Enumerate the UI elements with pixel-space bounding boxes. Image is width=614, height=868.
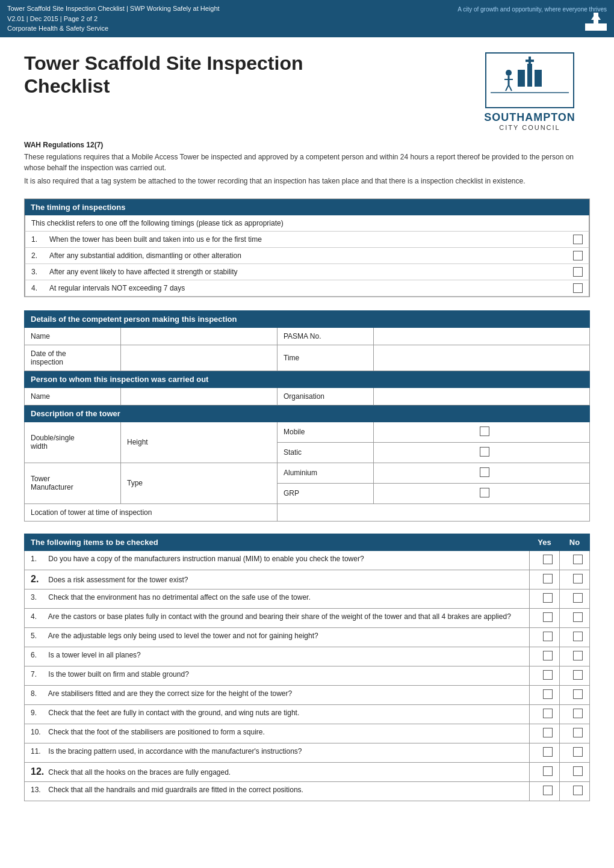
checklist-no-cell[interactable] xyxy=(560,724,590,743)
checklist-no-checkbox[interactable] xyxy=(573,612,583,622)
checklist-yes-checkbox[interactable] xyxy=(543,689,553,699)
aluminium-label: Aluminium xyxy=(278,463,374,483)
checklist-no-cell[interactable] xyxy=(560,570,590,589)
checklist-yes-cell[interactable] xyxy=(530,550,560,570)
checklist-yes-checkbox[interactable] xyxy=(543,670,553,680)
aluminium-checkbox-box[interactable] xyxy=(480,467,489,477)
checklist-item-text: 5. Are the adjustable legs only being us… xyxy=(25,627,530,647)
checklist-no-cell[interactable] xyxy=(560,743,590,762)
checklist-item-label: Are the adjustable legs only being used … xyxy=(48,632,318,640)
checklist-yes-cell[interactable] xyxy=(530,627,560,647)
grp-label: GRP xyxy=(278,483,374,503)
checklist-no-cell[interactable] xyxy=(560,608,590,627)
checklist-yes-checkbox[interactable] xyxy=(543,612,553,622)
checklist-no-cell[interactable] xyxy=(560,781,590,801)
checklist-no-checkbox[interactable] xyxy=(573,786,583,795)
checklist-yes-checkbox[interactable] xyxy=(543,728,553,737)
mobile-checkbox[interactable] xyxy=(374,422,590,442)
checklist-item-row: 4. Are the castors or base plates fully … xyxy=(25,608,590,627)
checklist-item-label: Does a risk assessment for the tower exi… xyxy=(48,576,188,584)
checklist-yes-cell[interactable] xyxy=(530,762,560,781)
checklist-item-num: 2. xyxy=(31,574,46,585)
type-label: Type xyxy=(121,463,278,503)
checklist-yes-cell[interactable] xyxy=(530,570,560,589)
checklist-no-checkbox[interactable] xyxy=(573,728,583,737)
timing-checkbox[interactable] xyxy=(573,251,583,260)
checklist-yes-checkbox[interactable] xyxy=(543,747,553,757)
checklist-body: 1. Do you have a copy of the manufacture… xyxy=(25,550,590,801)
timing-intro: This checklist refers to one off the fol… xyxy=(25,215,589,232)
yes-col-header: Yes xyxy=(530,534,560,550)
checklist-item-text: 2. Does a risk assessment for the tower … xyxy=(25,570,530,589)
timing-num: 3. xyxy=(31,268,49,276)
main-content: Tower Scaffold Site Inspection Checklist xyxy=(0,37,614,822)
checklist-yes-checkbox[interactable] xyxy=(543,651,553,660)
checklist-yes-cell[interactable] xyxy=(530,743,560,762)
checklist-yes-cell[interactable] xyxy=(530,685,560,704)
header-title-line1: Tower Scaffold Site Inspection Checklist… xyxy=(7,4,220,14)
checklist-no-checkbox[interactable] xyxy=(573,632,583,641)
checklist-no-checkbox[interactable] xyxy=(573,747,583,757)
time-label: Time xyxy=(278,345,374,371)
checklist-yes-cell[interactable] xyxy=(530,704,560,724)
organisation-value xyxy=(374,387,590,405)
checklist-yes-cell[interactable] xyxy=(530,666,560,685)
static-checkbox[interactable] xyxy=(374,442,590,463)
checklist-yes-checkbox[interactable] xyxy=(543,632,553,641)
checklist-no-checkbox[interactable] xyxy=(573,593,583,603)
timing-checkbox[interactable] xyxy=(573,267,583,277)
checklist-yes-checkbox[interactable] xyxy=(543,574,553,583)
checklist-no-cell[interactable] xyxy=(560,550,590,570)
static-checkbox-box[interactable] xyxy=(480,447,489,457)
checklist-item-text: 13. Check that all the handrails and mid… xyxy=(25,781,530,801)
checklist-no-cell[interactable] xyxy=(560,647,590,666)
checklist-yes-cell[interactable] xyxy=(530,781,560,801)
timing-checkbox[interactable] xyxy=(573,283,583,293)
checklist-no-cell[interactable] xyxy=(560,627,590,647)
checklist-yes-cell[interactable] xyxy=(530,608,560,627)
checklist-yes-cell[interactable] xyxy=(530,647,560,666)
carried-out-header: Person to whom this inspection was carri… xyxy=(25,371,590,387)
checklist-item-row: 7. Is the tower built on firm and stable… xyxy=(25,666,590,685)
checklist-item-row: 2. Does a risk assessment for the tower … xyxy=(25,570,590,589)
svg-line-12 xyxy=(506,85,509,91)
header-title-line2: V2.01 | Dec 2015 | Page 2 of 2 xyxy=(7,14,220,24)
checklist-no-checkbox[interactable] xyxy=(573,689,583,699)
checklist-item-label: Check that the environment has no detrim… xyxy=(48,593,310,602)
checklist-yes-checkbox[interactable] xyxy=(543,786,553,795)
checklist-no-checkbox[interactable] xyxy=(573,709,583,718)
checklist-yes-checkbox[interactable] xyxy=(543,709,553,718)
checklist-no-cell[interactable] xyxy=(560,589,590,608)
checklist-no-checkbox[interactable] xyxy=(573,766,583,776)
checklist-item-row: 6. Is a tower level in all planes? xyxy=(25,647,590,666)
checklist-yes-cell[interactable] xyxy=(530,589,560,608)
timing-num: 1. xyxy=(31,235,49,244)
checklist-yes-checkbox[interactable] xyxy=(543,555,553,564)
description-header: Description of the tower xyxy=(25,405,590,422)
svg-point-9 xyxy=(506,70,512,76)
checklist-no-checkbox[interactable] xyxy=(573,651,583,660)
grp-checkbox-box[interactable] xyxy=(480,488,489,497)
no-col-header: No xyxy=(560,534,590,550)
checklist-header-row: The following items to be checked Yes No xyxy=(25,534,590,550)
checklist-yes-checkbox[interactable] xyxy=(543,593,553,603)
name-value xyxy=(121,327,278,345)
checklist-no-cell[interactable] xyxy=(560,762,590,781)
timing-checkbox[interactable] xyxy=(573,235,583,244)
grp-checkbox[interactable] xyxy=(374,483,590,503)
checklist-no-checkbox[interactable] xyxy=(573,670,583,680)
checklist-no-cell[interactable] xyxy=(560,704,590,724)
mobile-checkbox-box[interactable] xyxy=(480,426,489,436)
checklist-item-num: 12. xyxy=(31,766,46,777)
aluminium-checkbox[interactable] xyxy=(374,463,590,483)
checklist-no-checkbox[interactable] xyxy=(573,555,583,564)
timing-rows: 1. When the tower has been built and tak… xyxy=(25,232,589,297)
checklist-yes-checkbox[interactable] xyxy=(543,766,553,776)
checklist-no-cell[interactable] xyxy=(560,666,590,685)
checklist-no-checkbox[interactable] xyxy=(573,574,583,583)
checklist-yes-cell[interactable] xyxy=(530,724,560,743)
checklist-no-cell[interactable] xyxy=(560,685,590,704)
checklist-item-row: 1. Do you have a copy of the manufacture… xyxy=(25,550,590,570)
council-logo-text: SOUTHAMPTON CITY COUNCIL xyxy=(484,111,575,131)
southampton-logo-svg xyxy=(485,52,575,109)
